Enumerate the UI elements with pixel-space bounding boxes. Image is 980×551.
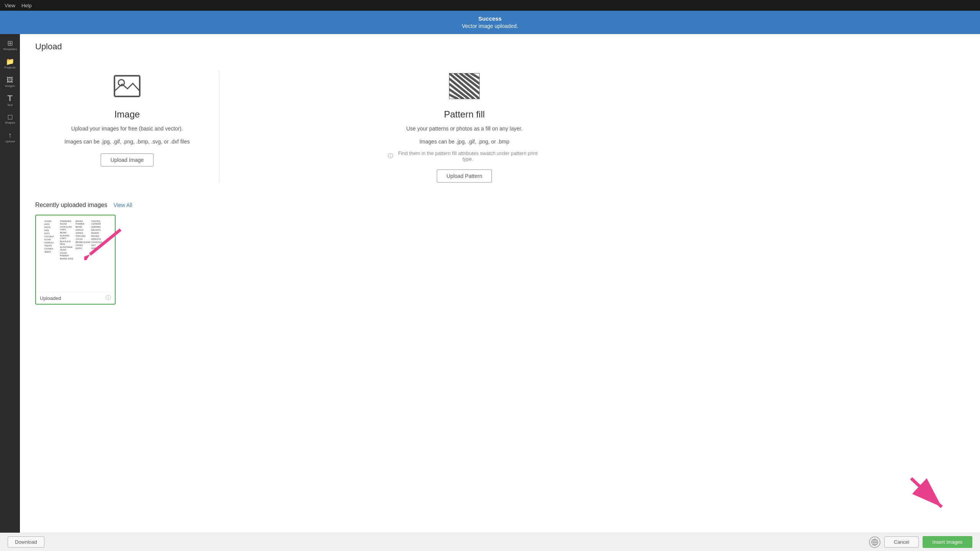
- toolbar-left: Download: [8, 536, 44, 548]
- thumbnail-image: SUGAR OATS PASTA RICE NUTS COCONUT FLOUR…: [36, 215, 115, 292]
- pattern-icon-svg: [449, 73, 480, 99]
- sidebar: ⊞ Templates 📁 Projects 🖼 Images T Text ◻…: [0, 34, 20, 536]
- projects-icon: 📁: [6, 58, 14, 65]
- shapes-icon: ◻: [7, 113, 13, 120]
- sidebar-item-shapes[interactable]: ◻ Shapes: [2, 111, 18, 127]
- info-circle-icon: ⓘ: [388, 153, 393, 160]
- image-card-icon: [108, 71, 146, 101]
- main-content: Upload Image Upload your images for free…: [20, 34, 980, 536]
- sidebar-item-images[interactable]: 🖼 Images: [2, 74, 18, 91]
- pattern-card-icon: [445, 71, 483, 101]
- sidebar-item-upload[interactable]: ↑ Upload: [2, 129, 18, 146]
- upload-pattern-button[interactable]: Upload Pattern: [437, 170, 492, 183]
- image-upload-card: Image Upload your images for free (basic…: [35, 63, 219, 191]
- globe-icon[interactable]: [869, 536, 880, 548]
- card-divider: [219, 71, 219, 183]
- pattern-card-note: ⓘ Find them in the pattern fill attribut…: [388, 150, 541, 162]
- sidebar-item-projects[interactable]: 📁 Projects: [2, 55, 18, 72]
- thumbnail-label: Uploaded: [40, 295, 61, 301]
- recently-header: Recently uploaded images View All: [35, 202, 965, 209]
- thumbnails-grid: SUGAR OATS PASTA RICE NUTS COCONUT FLOUR…: [35, 215, 965, 305]
- bottom-toolbar: Download Cancel Insert Images: [0, 533, 980, 551]
- thumbnail-info-icon[interactable]: ⓘ: [106, 295, 111, 302]
- pattern-card-desc2: Images can be .jpg, .gif, .png, or .bmp: [419, 137, 509, 146]
- upload-options: Image Upload your images for free (basic…: [20, 55, 980, 198]
- success-title: Success: [4, 15, 976, 23]
- grocery-list-content: SUGAR OATS PASTA RICE NUTS COCONUT FLOUR…: [43, 218, 108, 289]
- sidebar-item-text[interactable]: T Text: [2, 92, 18, 109]
- sidebar-label-text: Text: [7, 103, 13, 107]
- toolbar-right: Cancel Insert Images: [869, 536, 972, 548]
- download-button[interactable]: Download: [8, 536, 44, 548]
- text-icon: T: [7, 94, 12, 103]
- upload-image-button[interactable]: Upload Image: [101, 153, 153, 166]
- view-all-link[interactable]: View All: [114, 202, 132, 208]
- sidebar-item-templates[interactable]: ⊞ Templates: [2, 37, 18, 54]
- menu-bar: View Help: [0, 0, 980, 11]
- sidebar-label-shapes: Shapes: [5, 121, 15, 124]
- success-message: Vector image uploaded.: [4, 23, 976, 30]
- grocery-col-3: BAKING POWDER BEANS LENTILS QUINOA POPCO…: [76, 220, 91, 288]
- page-header: Upload: [20, 34, 980, 55]
- grocery-col-1: SUGAR OATS PASTA RICE NUTS COCONUT FLOUR…: [44, 220, 60, 288]
- pattern-upload-card: Pattern fill Use your patterns or photos…: [372, 63, 556, 191]
- menu-help[interactable]: Help: [21, 3, 32, 8]
- thumbnail-card[interactable]: SUGAR OATS PASTA RICE NUTS COCONUT FLOUR…: [35, 215, 116, 305]
- pattern-card-desc1: Use your patterns or photos as a fill on…: [406, 124, 523, 133]
- app-layout: ⊞ Templates 📁 Projects 🖼 Images T Text ◻…: [0, 34, 980, 536]
- templates-icon: ⊞: [7, 40, 13, 47]
- page-title: Upload: [35, 42, 965, 52]
- image-card-title: Image: [114, 109, 140, 120]
- upload-icon: ↑: [8, 131, 12, 139]
- thumbnail-footer: Uploaded ⓘ: [36, 292, 115, 304]
- globe-svg: [871, 539, 878, 546]
- image-card-desc2: Images can be .jpg, .gif, .png, .bmp, .s…: [64, 137, 190, 146]
- grocery-col-4: TOASTED CASHEWS ALMONDS WALNUTS RAISINS …: [91, 220, 106, 288]
- grocery-col-2: POWDERED SUGAR CHOCOLATE CHIPS BEANS PLA…: [60, 220, 75, 288]
- recently-title: Recently uploaded images: [35, 202, 108, 209]
- success-banner: Success Vector image uploaded.: [0, 11, 980, 34]
- sidebar-label-images: Images: [5, 84, 15, 88]
- insert-images-button[interactable]: Insert Images: [923, 536, 972, 548]
- pattern-card-title: Pattern fill: [444, 109, 485, 120]
- image-card-desc1: Upload your images for free (basic and v…: [71, 124, 183, 133]
- cancel-button[interactable]: Cancel: [884, 536, 919, 548]
- images-icon: 🖼: [7, 77, 13, 83]
- recently-section: Recently uploaded images View All SUGAR …: [20, 198, 980, 312]
- image-icon-svg: [114, 75, 140, 97]
- menu-view[interactable]: View: [5, 3, 15, 8]
- sidebar-label-templates: Templates: [3, 47, 17, 51]
- sidebar-label-projects: Projects: [5, 66, 16, 69]
- sidebar-label-upload: Upload: [5, 140, 15, 143]
